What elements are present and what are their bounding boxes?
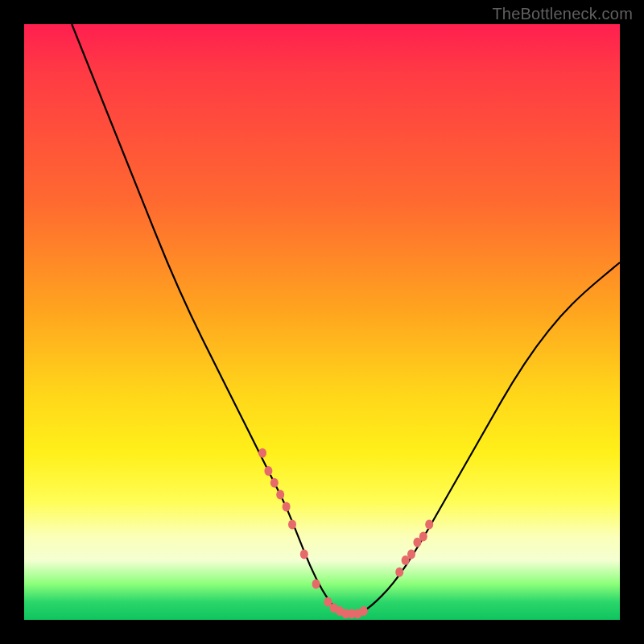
marker-dot (419, 531, 427, 541)
marker-dot (360, 606, 368, 616)
marker-dot (288, 520, 296, 530)
chart-frame: TheBottleneck.com (0, 0, 644, 644)
watermark-text: TheBottleneck.com (492, 5, 633, 23)
marker-dot (395, 568, 403, 577)
marker-dot (407, 550, 415, 559)
marker-dot (312, 580, 320, 589)
curve-svg (24, 24, 620, 620)
marker-dot (276, 490, 284, 500)
marker-group (258, 448, 433, 619)
plot-area (24, 24, 620, 620)
marker-dot (425, 520, 433, 530)
marker-dot (270, 478, 279, 488)
marker-dot (264, 466, 272, 476)
marker-dot (258, 448, 266, 458)
marker-dot (283, 502, 291, 511)
bottleneck-curve (72, 24, 620, 614)
marker-dot (300, 550, 308, 559)
